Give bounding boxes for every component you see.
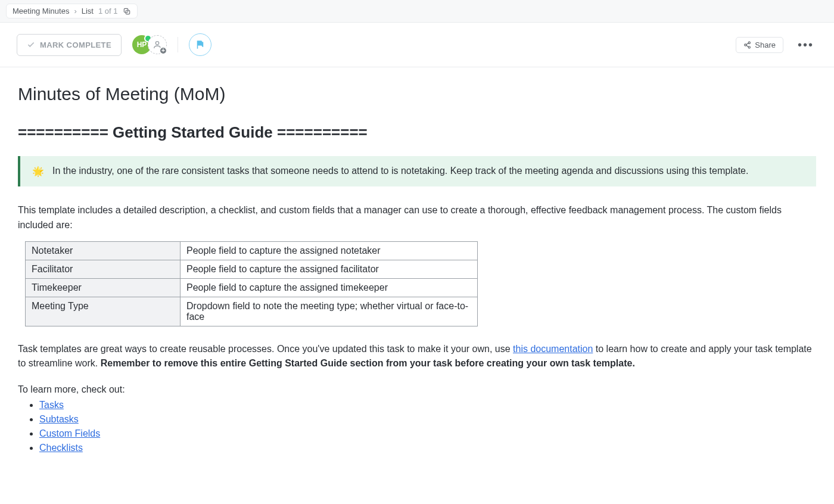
table-row: Meeting Type Dropdown field to note the …: [26, 297, 478, 326]
breadcrumb[interactable]: Meeting Minutes › List 1 of 1: [6, 4, 138, 18]
star-icon: 🌟: [32, 166, 44, 177]
link-checklists[interactable]: Checklists: [39, 443, 83, 453]
field-name: Facilitator: [26, 260, 181, 278]
add-assignee-button[interactable]: +: [148, 35, 167, 54]
field-name: Timekeeper: [26, 278, 181, 297]
link-tasks[interactable]: Tasks: [39, 400, 64, 410]
field-desc: People field to capture the assigned not…: [181, 241, 478, 260]
breadcrumb-position: 1 of 1: [98, 7, 118, 15]
link-subtasks[interactable]: Subtasks: [39, 414, 79, 424]
template-paragraph: Task templates are great ways to create …: [18, 342, 816, 372]
link-custom-fields[interactable]: Custom Fields: [39, 428, 100, 438]
table-row: Timekeeper People field to capture the a…: [26, 278, 478, 297]
more-menu-button[interactable]: •••: [794, 38, 817, 52]
share-button[interactable]: Share: [736, 37, 783, 53]
field-name: Notetaker: [26, 241, 181, 260]
learn-more-label: To learn more, check out:: [18, 384, 816, 395]
para2-pre: Task templates are great ways to create …: [18, 344, 513, 354]
callout-text: In the industry, one of the rare consist…: [52, 166, 748, 177]
mark-complete-button[interactable]: MARK COMPLETE: [17, 34, 122, 56]
table-row: Facilitator People field to capture the …: [26, 260, 478, 278]
flag-icon: [195, 39, 206, 50]
page-title: Minutes of Meeting (MoM): [18, 84, 816, 104]
callout: 🌟 In the industry, one of the rare consi…: [18, 156, 816, 186]
copy-icon[interactable]: [123, 7, 131, 15]
assignees: HP +: [132, 35, 167, 54]
learn-more-list: Tasks Subtasks Custom Fields Checklists: [18, 400, 816, 453]
breadcrumb-view[interactable]: List: [82, 7, 94, 15]
list-item: Subtasks: [39, 414, 816, 425]
field-desc: People field to capture the assigned tim…: [181, 278, 478, 297]
content: Minutes of Meeting (MoM) ========== Gett…: [0, 67, 834, 493]
chevron-right-icon: ›: [74, 7, 76, 15]
guide-heading: ========== Getting Started Guide =======…: [18, 123, 816, 142]
svg-point-3: [748, 42, 750, 43]
list-item: Tasks: [39, 400, 816, 410]
svg-point-4: [745, 43, 746, 45]
svg-point-2: [155, 42, 158, 45]
table-row: Notetaker People field to capture the as…: [26, 241, 478, 260]
mark-complete-label: MARK COMPLETE: [40, 41, 111, 49]
avatar-initials: HP: [137, 41, 147, 49]
share-icon: [743, 41, 751, 49]
documentation-link[interactable]: this documentation: [513, 344, 593, 354]
intro-paragraph: This template includes a detailed descri…: [18, 203, 816, 233]
priority-flag-button[interactable]: [189, 33, 211, 56]
custom-fields-table: Notetaker People field to capture the as…: [25, 241, 478, 326]
plus-icon: +: [159, 46, 167, 55]
field-desc: People field to capture the assigned fac…: [181, 260, 478, 278]
action-bar: MARK COMPLETE HP + Share •••: [0, 23, 834, 67]
para2-bold: Remember to remove this entire Getting S…: [101, 358, 635, 368]
breadcrumb-root[interactable]: Meeting Minutes: [13, 7, 69, 15]
share-label: Share: [755, 41, 776, 49]
list-item: Checklists: [39, 443, 816, 453]
field-name: Meeting Type: [26, 297, 181, 326]
field-desc: Dropdown field to note the meeting type;…: [181, 297, 478, 326]
svg-point-5: [748, 46, 750, 48]
svg-line-7: [746, 45, 749, 46]
list-item: Custom Fields: [39, 428, 816, 439]
separator: [178, 37, 178, 52]
check-icon: [27, 41, 35, 49]
svg-line-6: [746, 43, 749, 44]
top-bar: Meeting Minutes › List 1 of 1: [0, 0, 834, 23]
